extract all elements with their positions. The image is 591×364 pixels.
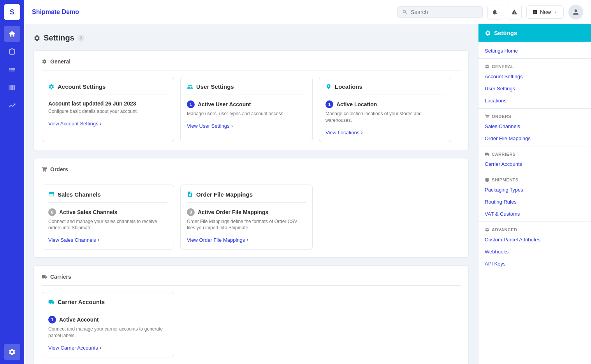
sidebar-general-icon — [485, 64, 489, 69]
account-settings-title: Account Settings — [48, 83, 167, 95]
orders-cards: Sales Channels 0 Active Sales Channels C… — [42, 185, 461, 250]
order-mappings-link-arrow: › — [246, 237, 248, 243]
sidebar-carriers-label: CARRIERS — [492, 152, 515, 157]
sidebar-user-settings[interactable]: User Settings — [478, 83, 591, 95]
general-section-icon — [42, 59, 47, 64]
locations-desc: Manage collection locations of your stor… — [325, 111, 445, 124]
orders-section-header: Orders — [42, 166, 461, 178]
sidebar-advanced-label: ADVANCED — [492, 227, 517, 232]
sidebar-advanced-header: ADVANCED — [478, 223, 591, 234]
user-settings-title: User Settings — [187, 83, 306, 95]
nav-orders[interactable] — [4, 62, 20, 78]
nav-settings[interactable] — [4, 344, 20, 360]
sidebar-vat-customs[interactable]: VAT & Customs — [478, 208, 591, 220]
account-settings-desc: Configure basic details about your accou… — [48, 108, 167, 115]
alerts-button[interactable] — [507, 5, 522, 19]
nav-home[interactable] — [4, 26, 20, 42]
sidebar-packaging-types[interactable]: Packaging Types — [478, 184, 591, 196]
user-link-arrow: › — [231, 123, 233, 129]
carrier-accounts-stat-badge: 1 — [48, 316, 56, 324]
page-content: Settings ? General Account Set — [24, 24, 478, 364]
order-file-mappings-desc: Order File Mappings define the formats o… — [187, 218, 306, 232]
chevron-down-icon — [553, 10, 558, 14]
orders-section: Orders Sales Channels 0 Active Sales Cha… — [33, 158, 469, 258]
sidebar-orders-label: ORDERS — [492, 114, 511, 119]
user-stat-label: Active User Account — [198, 101, 251, 107]
sidebar-locations[interactable]: Locations — [478, 95, 591, 107]
search-bar[interactable] — [397, 6, 483, 18]
sales-channels-title-label: Sales Channels — [58, 191, 101, 198]
view-user-settings-link[interactable]: View User Settings — [187, 123, 230, 129]
nav-barcodes[interactable] — [4, 79, 20, 96]
sales-channels-stat: 0 Active Sales Channels — [48, 208, 167, 216]
view-locations-link[interactable]: View Locations — [325, 130, 359, 135]
sidebar-advanced-icon — [485, 227, 489, 232]
user-settings-title-label: User Settings — [196, 83, 234, 90]
sidebar-settings-home[interactable]: Settings Home — [478, 45, 591, 57]
sales-channels-title: Sales Channels — [48, 191, 167, 203]
search-icon — [402, 9, 408, 15]
order-file-mappings-icon — [187, 191, 193, 197]
carrier-accounts-desc: Connect and manage your carrier accounts… — [48, 326, 167, 339]
help-icon[interactable]: ? — [77, 35, 84, 42]
carrier-accounts-title-label: Carrier Accounts — [58, 299, 105, 305]
sidebar-webhooks[interactable]: Webhooks — [478, 246, 591, 258]
user-stat-badge: 1 — [187, 100, 195, 108]
sales-channels-card: Sales Channels 0 Active Sales Channels C… — [42, 185, 174, 250]
carrier-accounts-icon — [48, 299, 55, 305]
locations-card: Locations 1 Active Location Manage colle… — [319, 77, 451, 142]
sidebar-carrier-accounts[interactable]: Carrier Accounts — [478, 158, 591, 170]
user-icon — [572, 8, 580, 16]
carrier-accounts-stat-label: Active Account — [59, 317, 98, 323]
nav-analytics[interactable] — [4, 97, 20, 114]
new-button[interactable]: New — [526, 5, 564, 19]
sidebar-api-keys[interactable]: API Keys — [478, 258, 591, 270]
notifications-button[interactable] — [487, 5, 502, 19]
user-settings-stat: 1 Active User Account — [187, 100, 306, 108]
sidebar-header-label: Settings — [494, 30, 517, 36]
carriers-section-icon — [42, 274, 47, 280]
account-link-arrow: › — [100, 120, 102, 127]
view-sales-channels-link[interactable]: View Sales Channels — [48, 237, 96, 243]
view-carrier-accounts-link[interactable]: View Carrier Accounts — [48, 345, 98, 351]
sidebar-general-label: GENERAL — [492, 64, 514, 69]
sidebar-shipments-header: SHIPMENTS — [478, 174, 591, 184]
sidebar-orders-header: ORDERS — [478, 110, 591, 120]
order-file-mappings-title-label: Order File Mappings — [196, 191, 253, 198]
orders-section-label: Orders — [50, 166, 68, 172]
settings-page-icon — [33, 35, 40, 42]
page-title-row: Settings ? — [33, 33, 469, 42]
sidebar-sales-channels[interactable]: Sales Channels — [478, 120, 591, 132]
view-account-settings-link[interactable]: View Account Settings — [48, 121, 98, 127]
sidebar-carriers-header: CARRIERS — [478, 148, 591, 158]
sidebar-shipments-label: SHIPMENTS — [492, 178, 519, 182]
carrier-accounts-stat: 1 Active Account — [48, 316, 167, 324]
order-file-mappings-stat-label: Active Order File Mappings — [198, 209, 268, 215]
carrier-accounts-title: Carrier Accounts — [48, 299, 167, 310]
orders-section-icon — [42, 167, 47, 172]
carriers-section-header: Carriers — [42, 274, 461, 286]
sales-link-arrow: › — [98, 237, 100, 243]
account-settings-card: Account Settings Account last updated 26… — [42, 77, 174, 142]
sidebar-account-settings[interactable]: Account Settings — [478, 70, 591, 83]
user-avatar[interactable] — [568, 5, 583, 19]
sidebar-general-header: GENERAL — [478, 60, 591, 70]
general-section-label: General — [50, 58, 70, 65]
bell-icon — [492, 9, 498, 15]
sidebar-custom-parcel-attributes[interactable]: Custom Parcel Attributes — [478, 234, 591, 246]
sidebar-header: Settings — [478, 24, 591, 42]
locations-stat: 1 Active Location — [325, 100, 445, 108]
logo[interactable]: S — [4, 4, 20, 20]
nav-packages[interactable] — [4, 44, 20, 60]
search-input[interactable] — [411, 9, 473, 15]
carrier-link-arrow: › — [100, 345, 102, 351]
sidebar-order-file-mappings[interactable]: Order File Mappings — [478, 132, 591, 144]
sales-channels-stat-badge: 0 — [48, 208, 56, 216]
sidebar-routing-rules[interactable]: Routing Rules — [478, 196, 591, 208]
view-order-file-mappings-link[interactable]: View Order File Mappings — [187, 237, 245, 243]
locations-stat-badge: 1 — [325, 100, 333, 108]
account-settings-icon — [48, 84, 55, 90]
order-file-mappings-stat: 0 Active Order File Mappings — [187, 208, 306, 216]
account-last-updated: Account last updated 26 Jun 2023 — [48, 100, 167, 107]
account-settings-title-label: Account Settings — [58, 83, 106, 90]
